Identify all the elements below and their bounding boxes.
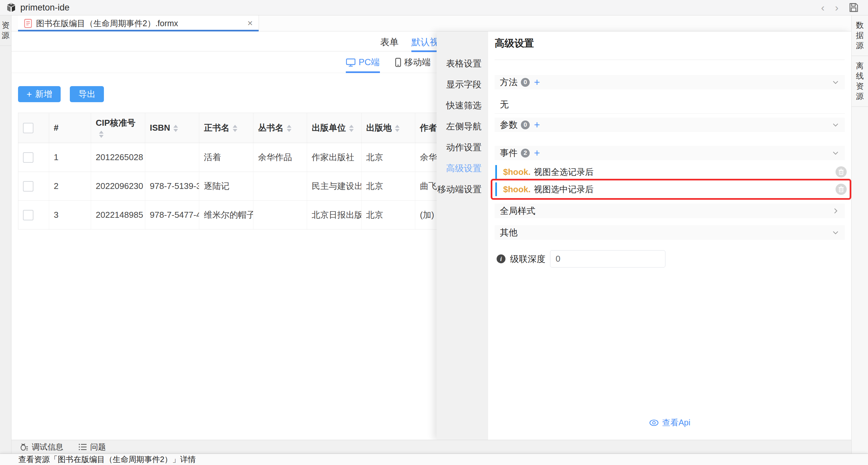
phone-icon: [395, 58, 401, 67]
rail-item-datasource[interactable]: 数据源: [851, 15, 868, 56]
delete-icon[interactable]: [836, 166, 847, 177]
rail-item-resources[interactable]: 资源: [0, 15, 11, 46]
rail-item-offline-resources[interactable]: 离线资源: [851, 56, 868, 107]
right-rail: 数据源 离线资源: [851, 15, 868, 454]
count-badge: 2: [521, 149, 530, 158]
add-button-label: 新增: [35, 89, 52, 100]
tab-pc[interactable]: PC端: [346, 52, 380, 73]
tab-mobile[interactable]: 移动端: [395, 52, 431, 73]
cell-isbn: 978-7-5139-38: [145, 172, 199, 201]
add-button[interactable]: + 新增: [18, 86, 61, 102]
data-table: # CIP核准号 ISBN 正书名 丛书名 出版单位 出版地 作者 1 2012…: [18, 113, 481, 230]
chevron-down-icon[interactable]: [832, 229, 839, 236]
section-params[interactable]: 参数 0 +: [495, 118, 845, 132]
nav-back-icon[interactable]: ‹: [820, 2, 826, 13]
settings-panel: 表格设置 显示字段 快速筛选 左侧导航 动作设置 高级设置 移动端设置 高级设置…: [437, 31, 851, 440]
header-label: #: [54, 123, 58, 133]
header-label: ISBN: [150, 123, 170, 133]
header-series[interactable]: 丛书名: [253, 113, 307, 143]
add-param-icon[interactable]: +: [534, 120, 540, 130]
sort-icon[interactable]: [99, 131, 103, 138]
section-other[interactable]: 其他: [495, 225, 845, 240]
editor-tab-label: 图书在版编目（生命周期事件2）.formx: [36, 18, 178, 29]
nav-forward-icon[interactable]: ›: [834, 2, 840, 13]
menu-item-quick-filter[interactable]: 快速筛选: [437, 95, 488, 116]
app-title: primeton-ide: [20, 3, 69, 13]
cascade-depth-input[interactable]: [550, 250, 665, 268]
cell-isbn: [145, 143, 199, 172]
sort-icon[interactable]: [349, 125, 354, 132]
table-header-row: # CIP核准号 ISBN 正书名 丛书名 出版单位 出版地 作者: [18, 113, 481, 143]
hook-label: 视图全选记录后: [534, 166, 594, 178]
cell-publisher: 作家出版社: [307, 143, 362, 172]
sort-icon[interactable]: [287, 125, 291, 132]
cell-title: 逐陆记: [199, 172, 253, 201]
menu-item-action-settings[interactable]: 动作设置: [437, 137, 488, 158]
save-icon[interactable]: [848, 2, 860, 13]
problems-label: 问题: [90, 442, 106, 452]
list-icon: [79, 443, 87, 451]
title-bar: primeton-ide ‹ ›: [0, 0, 868, 15]
title-bar-actions: ‹ ›: [820, 2, 860, 13]
header-cip[interactable]: CIP核准号: [91, 113, 145, 143]
section-global-style[interactable]: 全局样式: [495, 204, 845, 218]
debug-info-button[interactable]: 调试信息: [19, 442, 63, 452]
section-events[interactable]: 事件 2 +: [495, 146, 845, 160]
header-label: 丛书名: [258, 123, 283, 133]
tab-form[interactable]: 表单: [380, 36, 399, 48]
editor-tab-active[interactable]: 图书在版编目（生命周期事件2）.formx ×: [18, 15, 259, 31]
menu-item-display-fields[interactable]: 显示字段: [437, 74, 488, 95]
header-label: CIP核准号: [96, 118, 135, 128]
editor-tab-strip: 图书在版编目（生命周期事件2）.formx ×: [11, 15, 851, 31]
bottom-toolbar: 调试信息 问题: [11, 440, 851, 454]
problems-button[interactable]: 问题: [79, 442, 106, 452]
table-row[interactable]: 3 2022148985 978-7-5477-43 维米尔的帽子 北京日报出版…: [18, 201, 481, 230]
add-method-icon[interactable]: +: [534, 77, 540, 88]
select-all-checkbox[interactable]: [23, 123, 33, 133]
header-checkbox-cell: [18, 113, 49, 143]
cell-index: 2: [49, 172, 91, 201]
menu-item-table-settings[interactable]: 表格设置: [437, 53, 488, 74]
delete-icon[interactable]: [836, 184, 847, 195]
event-hook-select-all[interactable]: $hook. 视图全选记录后: [495, 164, 845, 180]
row-checkbox[interactable]: [23, 152, 33, 163]
row-checkbox[interactable]: [23, 210, 33, 221]
section-label: 事件: [500, 147, 518, 159]
menu-item-mobile-settings[interactable]: 移动端设置: [437, 179, 488, 200]
view-api-link[interactable]: 查看Api: [649, 417, 690, 428]
event-hook-select-record[interactable]: $hook. 视图选中记录后: [495, 181, 845, 197]
header-isbn[interactable]: ISBN: [145, 113, 199, 143]
export-button[interactable]: 导出: [70, 86, 104, 102]
menu-item-left-nav[interactable]: 左侧导航: [437, 116, 488, 137]
cell-cip: 2022096230: [91, 172, 145, 201]
header-label: 出版单位: [312, 123, 346, 133]
hook-prefix: $hook.: [503, 167, 531, 177]
sort-icon[interactable]: [233, 125, 237, 132]
chevron-down-icon[interactable]: [832, 78, 839, 86]
header-place[interactable]: 出版地: [362, 113, 415, 143]
rail-item-label: 数据源: [856, 20, 864, 51]
eye-icon: [649, 419, 659, 426]
table-row[interactable]: 2 2022096230 978-7-5139-38 逐陆记 民主与建设出版社 …: [18, 172, 481, 201]
cell-publisher: 北京日报出版社: [307, 201, 362, 230]
app-window: primeton-ide ‹ › 资源 数据源 离线资源: [0, 0, 868, 465]
sort-icon[interactable]: [395, 125, 400, 132]
chevron-right-icon[interactable]: [832, 207, 839, 215]
sort-icon[interactable]: [174, 125, 178, 132]
menu-item-advanced-settings[interactable]: 高级设置: [437, 158, 488, 179]
add-event-icon[interactable]: +: [534, 148, 540, 158]
rail-item-label: 资源: [1, 20, 9, 40]
header-index[interactable]: #: [49, 113, 91, 143]
view-api-label: 查看Api: [662, 417, 690, 428]
debug-info-label: 调试信息: [32, 442, 63, 452]
tab-close-icon[interactable]: ×: [247, 19, 253, 28]
chevron-down-icon[interactable]: [832, 149, 839, 157]
table-row[interactable]: 1 2012265028 活着 余华作品 作家出版社 北京 余华，: [18, 143, 481, 172]
header-label: 作者: [420, 123, 437, 133]
chevron-down-icon[interactable]: [832, 121, 839, 129]
section-methods[interactable]: 方法 0 +: [495, 75, 845, 90]
row-checkbox[interactable]: [23, 181, 33, 192]
header-title[interactable]: 正书名: [199, 113, 253, 143]
section-label: 参数: [500, 119, 518, 131]
header-publisher[interactable]: 出版单位: [307, 113, 362, 143]
